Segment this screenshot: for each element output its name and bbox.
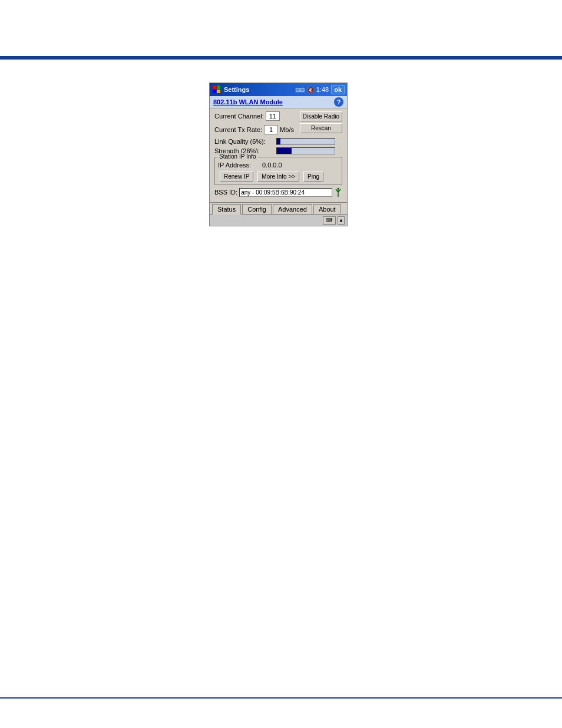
main-content: Current Channel: 11 Current Tx Rate: 1 M… <box>210 108 347 202</box>
strength-bar <box>276 147 335 154</box>
ip-address-row: IP Address: 0.0.0.0 <box>218 162 339 169</box>
title-bar-controls: ⊟⊟ 🔇 1:48 ok <box>295 85 345 94</box>
link-quality-row: Link Quality (6%): <box>214 138 342 145</box>
title-bar: Settings ⊟⊟ 🔇 1:48 ok <box>210 83 347 96</box>
disable-radio-button[interactable]: Disable Radio <box>300 111 342 121</box>
rescan-button[interactable]: Rescan <box>300 123 342 133</box>
ok-button[interactable]: ok <box>331 85 345 94</box>
txrate-row: Current Tx Rate: 1 Mb/s <box>214 125 296 134</box>
tab-about[interactable]: About <box>313 204 341 214</box>
help-button[interactable]: ? <box>334 97 343 107</box>
ping-button[interactable]: Ping <box>303 172 323 182</box>
tab-status[interactable]: Status <box>212 204 241 215</box>
txrate-unit: Mb/s <box>280 126 294 133</box>
station-ip-group: Station IP Info IP Address: 0.0.0.0 Rene… <box>214 157 342 185</box>
svg-rect-1 <box>217 85 220 89</box>
tab-advanced[interactable]: Advanced <box>273 204 312 214</box>
ip-address-value: 0.0.0.0 <box>262 162 282 169</box>
link-quality-fill <box>277 139 280 144</box>
channel-value: 11 <box>266 111 280 121</box>
svg-rect-0 <box>213 85 216 89</box>
speaker-icon: 🔇 <box>307 87 314 93</box>
top-accent-bar <box>0 56 562 60</box>
bottom-accent-bar <box>0 697 562 699</box>
signal-status-icon: ⊟⊟ <box>295 87 305 93</box>
antenna-icon[interactable] <box>334 187 342 197</box>
link-quality-bar <box>276 138 335 145</box>
window-title: Settings <box>224 86 249 93</box>
channel-row: Current Channel: 11 <box>214 111 296 121</box>
tab-config[interactable]: Config <box>242 204 272 214</box>
bss-id-label: BSS ID: <box>214 189 237 196</box>
svg-rect-2 <box>213 90 216 93</box>
clock-time: 1:48 <box>316 86 329 93</box>
title-bar-left: Settings <box>212 85 249 94</box>
strength-fill <box>277 148 292 154</box>
ip-address-label: IP Address: <box>218 162 262 169</box>
txrate-label: Current Tx Rate: <box>214 126 262 133</box>
scroll-up-button[interactable]: ▲ <box>338 216 345 225</box>
channel-label: Current Channel: <box>214 113 264 120</box>
link-quality-label: Link Quality (6%): <box>214 138 276 145</box>
svg-point-8 <box>338 188 339 190</box>
svg-rect-3 <box>217 90 220 93</box>
txrate-value: 1 <box>264 125 278 134</box>
taskbar: ⌨ ▲ <box>210 214 347 226</box>
ip-action-buttons: Renew IP More Info >> Ping <box>218 172 339 182</box>
keyboard-icon[interactable]: ⌨ <box>323 216 336 225</box>
more-info-button[interactable]: More Info >> <box>257 172 299 182</box>
bss-id-input[interactable] <box>239 188 332 197</box>
tabs-bar: Status Config Advanced About <box>210 202 347 214</box>
module-title[interactable]: 802.11b WLAN Module <box>213 98 283 106</box>
pda-window: Settings ⊟⊟ 🔇 1:48 ok 802.11b WLAN Modul… <box>209 83 348 226</box>
windows-logo-icon <box>212 85 222 94</box>
renew-ip-button[interactable]: Renew IP <box>220 172 253 182</box>
group-box-label: Station IP Info <box>218 153 257 160</box>
bss-id-row: BSS ID: <box>214 187 342 197</box>
subtitle-bar: 802.11b WLAN Module ? <box>210 96 347 108</box>
